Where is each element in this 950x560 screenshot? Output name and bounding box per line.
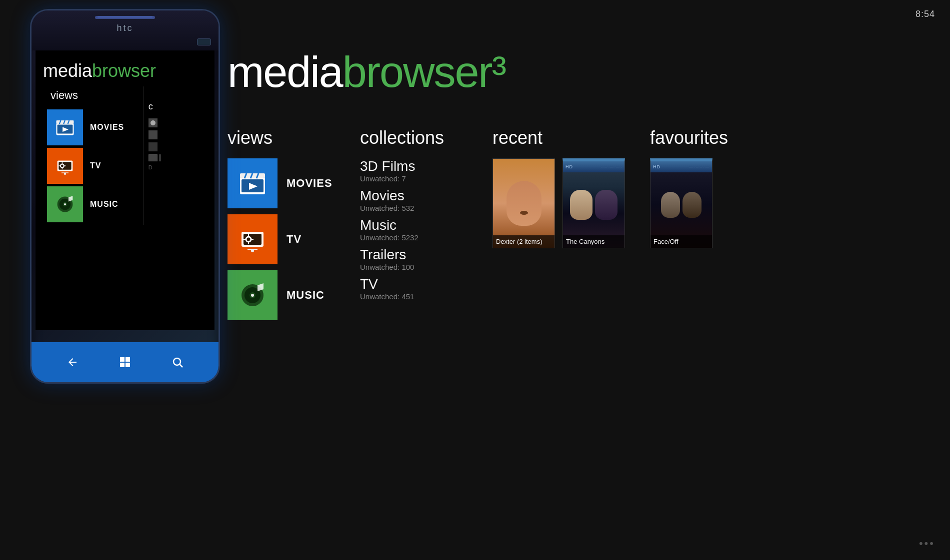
phone-views-col: views MOVIES [36, 86, 143, 225]
collection-3d-sub: Unwatched: 7 [360, 174, 444, 183]
phone-small-icon-1 [150, 120, 156, 126]
phone-menu-music[interactable]: MUSIC [47, 186, 139, 222]
phone-movies-label: MOVIES [83, 123, 124, 132]
svg-line-46 [180, 365, 182, 368]
phone-icon-1 [148, 118, 158, 127]
canyons-figure-1 [570, 190, 592, 220]
canyons-figure-2 [595, 190, 618, 220]
phone-screen: mediabrowser views [36, 50, 214, 330]
faceoff-hd-badge: HD ····· ····· ····· [650, 161, 712, 172]
view-music[interactable]: MUSIC [228, 270, 332, 320]
hd-info2: ····· ····· ····· [688, 165, 710, 169]
search-icon [172, 356, 184, 368]
phone-icon-3 [148, 142, 158, 151]
hd-text: HD [566, 164, 573, 169]
phone-collections-preview: c D [143, 86, 214, 225]
phone-menu-movies[interactable]: MOVIES [47, 109, 139, 145]
phone-nav-row: views MOVIES [36, 86, 214, 225]
recent-cards: Dexter (2 items) HD ····· ····· ····· Th… [492, 158, 625, 248]
collection-tv-sub: Unwatched: 451 [360, 292, 444, 301]
phone-bottom-bar [32, 342, 218, 382]
collection-trailers[interactable]: Trailers Unwatched: 100 [360, 247, 444, 271]
favourites-title: favourites [650, 127, 728, 148]
collection-3d-films[interactable]: 3D Films Unwatched: 7 [360, 158, 444, 183]
movies-label: MOVIES [286, 177, 332, 190]
ellipsis-menu[interactable]: ••• [919, 537, 935, 550]
phone-music-icon [54, 194, 76, 215]
collection-tv-name: TV [360, 276, 444, 292]
hd-text2: HD [653, 164, 660, 169]
svg-point-39 [64, 203, 66, 205]
phone-logo-white: media [43, 60, 92, 81]
collections-title: collections [360, 127, 444, 148]
favourite-faceoff-card[interactable]: HD ····· ····· ····· Face/Off [650, 158, 712, 248]
phone-back-button[interactable] [62, 352, 82, 372]
tv-label: TV [286, 233, 302, 246]
phone-icon-4b [159, 154, 161, 161]
svg-rect-42 [126, 357, 130, 362]
back-icon [66, 356, 78, 368]
faceoff-label: Face/Off [650, 235, 712, 248]
recent-dexter-card[interactable]: Dexter (2 items) [492, 158, 555, 248]
dexter-face-shape [506, 181, 542, 226]
svg-point-19 [251, 294, 254, 297]
canyons-label: The Canyons [563, 235, 624, 248]
phone-icon-5: D [148, 164, 210, 170]
collection-music[interactable]: Music Unwatched: 5232 [360, 217, 444, 242]
collection-movies[interactable]: Movies Unwatched: 532 [360, 188, 444, 212]
logo-green-part: browser [342, 47, 492, 96]
recent-canyons-card[interactable]: HD ····· ····· ····· The Canyons [562, 158, 625, 248]
music-icon-bg [228, 270, 278, 320]
faceoff-figures [661, 192, 702, 218]
phone-device: htc mediabrowser views [30, 9, 220, 384]
phone-tv-icon [47, 148, 83, 184]
faceoff-figure-2 [682, 192, 702, 218]
phone-clapperboard-icon [54, 117, 76, 138]
phone-brand: htc [116, 23, 133, 33]
phone-views-label: views [43, 86, 143, 107]
collection-music-name: Music [360, 217, 444, 233]
view-tv[interactable]: TV [228, 214, 332, 264]
dexter-image [493, 159, 554, 248]
svg-rect-43 [120, 363, 124, 367]
recent-section: recent Dexter (2 items) HD ····· ····· ·… [492, 127, 625, 248]
phone-app-logo: mediabrowser [36, 50, 214, 86]
view-movies[interactable]: MOVIES [228, 158, 332, 208]
canyons-hd-badge: HD ····· ····· ····· [563, 161, 624, 172]
collection-trailers-name: Trailers [360, 247, 444, 263]
clapperboard-icon [238, 168, 268, 198]
tv-icon-bg [228, 214, 278, 264]
movies-icon-bg [228, 158, 278, 208]
svg-rect-41 [120, 357, 124, 362]
phone-top-bar: htc [32, 10, 218, 50]
collections-section: collections 3D Films Unwatched: 7 Movies… [360, 127, 444, 306]
phone-tv-icon [54, 155, 76, 176]
svg-rect-44 [126, 363, 130, 367]
phone-search-button[interactable] [168, 352, 188, 372]
hd-info: ····· ····· ····· [601, 165, 622, 169]
svg-point-40 [150, 120, 156, 125]
collection-tv[interactable]: TV Unwatched: 451 [360, 276, 444, 301]
dexter-label: Dexter (2 items) [493, 235, 554, 248]
tv-icon [238, 224, 268, 254]
views-title: views [228, 127, 332, 148]
phone-home-button[interactable] [115, 352, 135, 372]
phone-menu-tv[interactable]: TV [47, 148, 139, 184]
phone-speaker [95, 16, 155, 19]
recent-title: recent [492, 127, 625, 148]
collection-movies-name: Movies [360, 188, 444, 204]
svg-point-45 [174, 358, 180, 365]
collection-movies-sub: Unwatched: 532 [360, 204, 444, 212]
faceoff-figure-1 [661, 192, 680, 218]
music-label: MUSIC [286, 289, 324, 302]
favourites-cards: HD ····· ····· ····· Face/Off [650, 158, 728, 248]
phone-icon-4 [148, 154, 158, 161]
phone-camera-area [197, 38, 211, 45]
collection-music-sub: Unwatched: 5232 [360, 233, 444, 242]
time-display: 8:54 [916, 9, 935, 19]
logo-white-part: media [228, 47, 342, 96]
phone-music-icon [47, 186, 83, 222]
phone-logo-green: browser [92, 60, 156, 81]
phone-music-label: MUSIC [83, 200, 118, 209]
views-section: views MOVIES [228, 127, 332, 326]
